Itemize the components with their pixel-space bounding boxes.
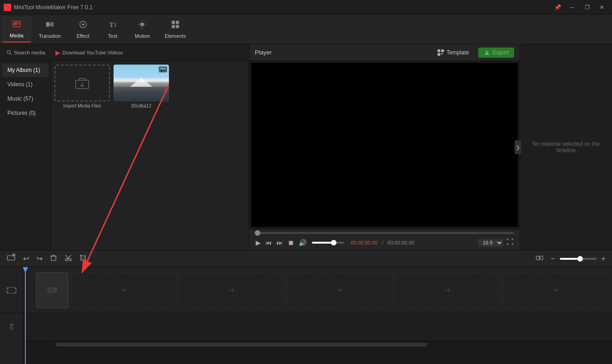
player-header-buttons: Template Export	[432, 47, 514, 58]
svg-rect-25	[485, 54, 489, 55]
right-panel: ❯ No material selected on the timeline	[520, 44, 612, 250]
timeline-slot-3[interactable]	[286, 272, 392, 308]
close-button[interactable]: ✕	[595, 3, 608, 12]
motion-icon	[138, 20, 147, 31]
timeline-add-button[interactable]	[4, 251, 18, 266]
timeline-area: ↩ ↪	[0, 250, 612, 364]
restore-button[interactable]: ❐	[581, 3, 594, 12]
timeline-slot-4[interactable]	[394, 272, 500, 308]
video-media-item[interactable]: 📷 00cdba12	[114, 65, 169, 108]
next-frame-button[interactable]: ⏭	[276, 238, 284, 247]
effect-label: Effect	[77, 33, 90, 39]
timeline-slot-2[interactable]	[178, 272, 284, 308]
fullscreen-button[interactable]	[506, 238, 514, 247]
timeline-track-labels	[0, 267, 23, 364]
total-time: 00:00:00.00	[387, 240, 414, 245]
media-label: Media	[10, 33, 24, 38]
progress-dot[interactable]	[255, 230, 260, 236]
titlebar: MiniTool MovieMaker Free 7.0.1 📌 ─ ❐ ✕	[0, 0, 612, 15]
right-panel-toggle[interactable]: ❯	[515, 140, 521, 154]
left-panel: Search media ▶ Download YouTube Videos M…	[0, 44, 249, 250]
svg-point-17	[7, 50, 11, 54]
time-separator: /	[380, 240, 384, 245]
player-title: Player	[255, 49, 432, 56]
camera-icon: 📷	[159, 66, 167, 72]
zoom-out-button[interactable]: −	[548, 253, 558, 265]
zoom-slider[interactable]	[560, 258, 597, 260]
svg-rect-23	[438, 53, 440, 56]
app-title: MiniTool MovieMaker Free 7.0.1	[14, 4, 551, 11]
import-media-item[interactable]: Import Media Files	[54, 65, 110, 108]
audio-track	[23, 313, 612, 341]
cut-button[interactable]	[62, 252, 75, 265]
toolbar-elements[interactable]: Elements	[157, 17, 193, 42]
no-material-message: No material selected on the timeline	[520, 133, 612, 161]
svg-point-34	[69, 258, 72, 261]
zoom-in-button[interactable]: +	[599, 253, 608, 265]
svg-rect-39	[540, 256, 543, 260]
aspect-ratio-select[interactable]: 16:9 9:16 1:1 4:3	[478, 239, 503, 247]
svg-rect-22	[441, 49, 444, 52]
svg-rect-13	[172, 21, 175, 24]
toolbar-motion[interactable]: Motion	[127, 17, 157, 42]
sidebar-item-videos[interactable]: Videos (1)	[2, 78, 48, 91]
toolbar-text[interactable]: T Text	[98, 17, 127, 42]
toolbar-transition[interactable]: Transition	[31, 17, 68, 42]
toolbar-media[interactable]: Media	[2, 17, 31, 42]
sidebar-item-pictures[interactable]: Pictures (0)	[2, 106, 48, 120]
svg-rect-37	[82, 257, 84, 259]
play-button[interactable]: ▶	[255, 238, 262, 247]
current-time: 00:00:00.00	[351, 240, 378, 245]
export-button[interactable]: Export	[478, 48, 514, 58]
svg-rect-15	[172, 25, 175, 28]
template-button[interactable]: Template	[432, 47, 475, 58]
video-clip[interactable]	[36, 272, 68, 308]
youtube-download-tab[interactable]: ▶ Download YouTube Videos	[51, 47, 128, 59]
pin-button[interactable]: 📌	[551, 3, 564, 12]
media-content: My Album (1) Videos (1) Music (57) Pictu…	[0, 61, 249, 250]
timeline-zoom-controls: − +	[533, 252, 608, 265]
effect-icon	[78, 20, 88, 31]
media-grid: Import Media Files 📷	[51, 61, 249, 250]
import-media-box[interactable]	[54, 65, 110, 101]
zoom-fit-button[interactable]	[533, 252, 546, 265]
svg-line-36	[66, 255, 69, 259]
audio-track-label	[0, 313, 23, 341]
app-icon	[4, 4, 11, 11]
timeline-toolbar: ↩ ↪	[0, 251, 612, 267]
volume-button[interactable]: 🔊	[298, 238, 307, 247]
playhead[interactable]	[25, 267, 26, 364]
window-controls: 📌 ─ ❐ ✕	[551, 3, 608, 12]
svg-rect-38	[536, 256, 539, 260]
undo-button[interactable]: ↩	[20, 252, 32, 265]
timeline-slot-5[interactable]	[502, 272, 608, 308]
svg-rect-5	[50, 22, 54, 27]
toolbar: Media Transition Effect	[0, 15, 612, 44]
sidebar-item-music[interactable]: Music (57)	[2, 92, 48, 106]
search-media-tab[interactable]: Search media	[2, 47, 50, 59]
crop-button[interactable]	[77, 252, 90, 265]
svg-rect-45	[15, 292, 16, 293]
player-header: Player Template	[249, 44, 520, 61]
svg-point-12	[140, 23, 144, 26]
svg-point-46	[10, 327, 13, 329]
controls-row: ▶ ⏮ ⏭ ⏹ 🔊 00:00:00.00 / 00:00:00.00 16:9…	[255, 238, 514, 247]
progress-bar[interactable]	[255, 232, 514, 234]
minimize-button[interactable]: ─	[566, 3, 579, 12]
svg-rect-24	[441, 53, 443, 54]
delete-button[interactable]	[47, 252, 60, 265]
toolbar-effect[interactable]: Effect	[68, 17, 98, 42]
timeline-slot-1[interactable]	[70, 272, 176, 308]
svg-rect-1	[14, 23, 17, 25]
redo-button[interactable]: ↪	[34, 252, 45, 265]
text-label: Text	[108, 33, 117, 39]
sidebar-item-album[interactable]: My Album (1)	[2, 63, 48, 77]
stop-button[interactable]: ⏹	[287, 238, 295, 247]
media-sidebar: My Album (1) Videos (1) Music (57) Pictu…	[0, 61, 51, 250]
svg-rect-21	[438, 49, 440, 52]
timeline-scrollbar[interactable]	[23, 341, 612, 347]
svg-rect-30	[51, 256, 56, 261]
prev-frame-button[interactable]: ⏮	[264, 238, 273, 247]
svg-rect-44	[15, 287, 16, 289]
volume-slider[interactable]	[312, 242, 344, 244]
